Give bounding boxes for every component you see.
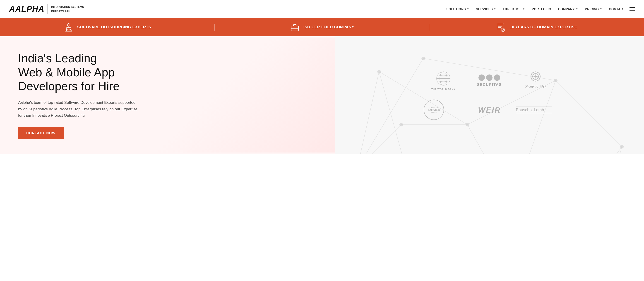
nav-item-services[interactable]: SERVICES ▼ — [476, 7, 496, 11]
securitas-dot — [494, 74, 500, 81]
securitas-dot — [486, 74, 492, 81]
nav-links: SOLUTIONS ▼ SERVICES ▼ EXPERTISE ▼ PORTF… — [446, 7, 625, 11]
swiss-re-circle — [530, 71, 540, 81]
fairview-main-text: FAIRVIEW — [428, 108, 440, 111]
hamburger-menu[interactable] — [630, 7, 635, 11]
securitas-label: SECURITAS — [477, 83, 502, 87]
logo-area: AALPHA INFORMATION SYSTEMS INDIA PVT LTD — [9, 4, 84, 14]
nav-link-pricing[interactable]: PRICING ▼ — [585, 7, 602, 11]
hamburger-line — [630, 9, 635, 9]
hamburger-line — [630, 11, 635, 11]
banner-text-expertise: 10 YEARS OF DOMAIN EXPERTISE — [510, 25, 577, 30]
client-logos-grid: THE WORLD BANK SECURITAS — [424, 71, 555, 120]
svg-line-13 — [468, 125, 512, 154]
nav-link-solutions[interactable]: SOLUTIONS ▼ — [446, 7, 469, 11]
contact-now-button[interactable]: CONTACT NOW — [18, 127, 64, 139]
globe-icon — [435, 71, 452, 87]
bausch-text: Bausch & Lomb — [516, 107, 544, 112]
nav-link-services[interactable]: SERVICES ▼ — [476, 7, 496, 11]
brand-subtitle: INFORMATION SYSTEMS INDIA PVT LTD — [51, 5, 84, 13]
nav-item-company[interactable]: COMPANY ▼ — [558, 7, 578, 11]
nav-item-solutions[interactable]: SOLUTIONS ▼ — [446, 7, 469, 11]
nav-item-portfolio[interactable]: PORTFOLIO — [532, 7, 551, 11]
swiss-re-inner — [532, 73, 539, 80]
chevron-down-icon: ▼ — [576, 8, 578, 10]
swiss-re-text: Swiss Re — [525, 84, 546, 90]
nav-item-contact[interactable]: CONTACT — [609, 7, 625, 11]
banner-item-expertise: 10 YEARS OF DOMAIN EXPERTISE — [429, 22, 644, 32]
fairview-bottom-text: TEXAS — [431, 112, 437, 113]
svg-line-16 — [600, 147, 622, 154]
svg-point-0 — [67, 24, 70, 26]
navbar: AALPHA INFORMATION SYSTEMS INDIA PVT LTD… — [0, 0, 644, 18]
svg-point-27 — [377, 70, 381, 73]
chevron-down-icon: ▼ — [523, 8, 525, 10]
certificate-icon — [496, 22, 506, 32]
brand-name[interactable]: AALPHA — [9, 4, 44, 14]
person-laptop-icon — [64, 22, 74, 32]
client-logo-securitas: SECURITAS — [470, 71, 509, 91]
world-bank-label: THE WORLD BANK — [431, 88, 455, 91]
swiss-re-icon — [533, 74, 538, 79]
fairview-top-text: TOWN OF — [429, 107, 438, 108]
hero-left: India's LeadingWeb & Mobile AppDeveloper… — [0, 38, 335, 152]
briefcase-icon — [290, 22, 300, 32]
svg-point-35 — [422, 57, 425, 60]
client-logo-weir: WEIR — [470, 100, 509, 120]
nav-item-expertise[interactable]: EXPERTISE ▼ — [503, 7, 525, 11]
chevron-down-icon: ▼ — [467, 8, 469, 10]
svg-point-36 — [400, 123, 403, 126]
svg-point-6 — [501, 28, 505, 32]
banner-text-outsourcing: SOFTWARE OUTSOURCING EXPERTS — [77, 25, 151, 30]
nav-link-contact[interactable]: CONTACT — [609, 7, 625, 11]
banner-item-iso: ISO CERTIFIED COMPANY — [215, 22, 429, 32]
chevron-down-icon: ▼ — [494, 8, 496, 10]
securitas-dot — [478, 74, 485, 81]
logo-divider — [48, 4, 48, 14]
client-logo-fairview: TOWN OF FAIRVIEW TEXAS — [424, 100, 444, 120]
nav-link-portfolio[interactable]: PORTFOLIO — [532, 7, 551, 11]
svg-line-20 — [379, 72, 423, 154]
banner-text-iso: ISO CERTIFIED COMPANY — [304, 25, 354, 30]
hero-title: India's LeadingWeb & Mobile AppDeveloper… — [18, 52, 321, 93]
svg-line-12 — [556, 81, 622, 147]
nav-link-company[interactable]: COMPANY ▼ — [558, 7, 578, 11]
nav-item-pricing[interactable]: PRICING ▼ — [585, 7, 602, 11]
bausch-line-bottom — [516, 113, 552, 113]
bausch-line — [516, 107, 552, 107]
svg-line-21 — [556, 147, 622, 154]
weir-text: WEIR — [478, 105, 501, 114]
hero-right: THE WORLD BANK SECURITAS — [335, 36, 644, 154]
nav-link-expertise[interactable]: EXPERTISE ▼ — [503, 7, 525, 11]
hero-section: India's LeadingWeb & Mobile AppDeveloper… — [0, 36, 644, 154]
red-banner: SOFTWARE OUTSOURCING EXPERTS ISO CERTIFI… — [0, 18, 644, 36]
banner-item-outsourcing: SOFTWARE OUTSOURCING EXPERTS — [0, 22, 215, 32]
client-logo-world-bank: THE WORLD BANK — [424, 71, 463, 91]
chevron-down-icon: ▼ — [600, 8, 602, 10]
client-logo-bausch: Bausch & Lomb — [516, 100, 555, 120]
svg-line-23 — [357, 59, 423, 154]
svg-point-30 — [620, 145, 624, 149]
svg-line-18 — [357, 72, 379, 154]
hero-description: Aalpha's team of top-rated Software Deve… — [18, 100, 140, 119]
svg-point-28 — [466, 123, 469, 126]
hamburger-line — [630, 7, 635, 8]
client-logo-swiss-re: Swiss Re — [516, 71, 555, 91]
securitas-dots — [478, 74, 500, 81]
